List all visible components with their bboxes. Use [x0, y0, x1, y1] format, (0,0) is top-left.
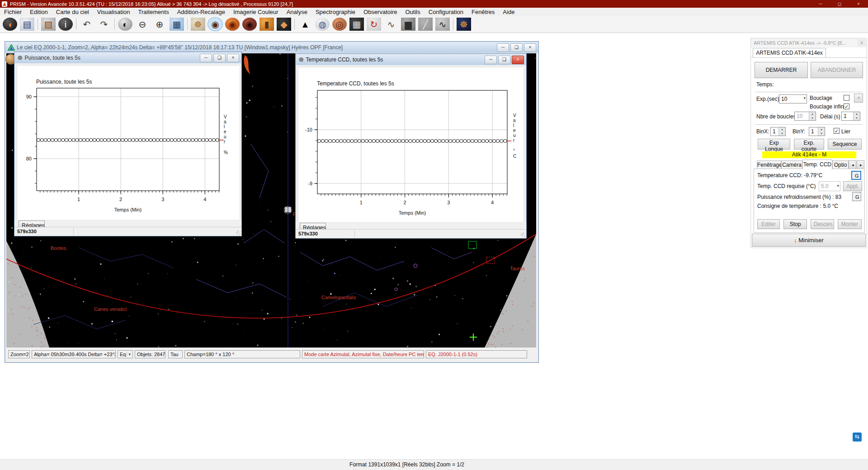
menu-item-fichier[interactable]: Fichier — [0, 8, 26, 16]
demarrer-button[interactable]: DEMARRER — [755, 62, 808, 78]
bouclage-checkbox[interactable] — [844, 95, 849, 101]
bouclage-infini-checkbox[interactable]: ✓ — [844, 103, 849, 109]
image-preview-icon[interactable]: ▦ — [170, 18, 184, 31]
menu-item-edition[interactable]: Edition — [26, 8, 52, 16]
save-icon[interactable]: ▤ — [20, 18, 34, 31]
info-icon[interactable]: i — [58, 18, 73, 31]
menu-item-aide[interactable]: Aide — [499, 8, 519, 16]
curve-arrow-icon[interactable]: ∿ — [384, 18, 398, 31]
remote-access-icon[interactable]: ⇆ — [853, 432, 862, 442]
binx-stepper[interactable]: 1▴▾ — [770, 127, 786, 136]
tabs-scroll-right-icon[interactable]: ▸ — [857, 160, 864, 169]
robot-gears-icon[interactable]: ☸ — [457, 18, 471, 31]
ccd-panel-titlebar[interactable]: ARTEMIS CCD ATIK-414ex -> -9.8°C [8... x — [751, 38, 867, 47]
menu-item-addition-recalage[interactable]: Addition-Recalage — [173, 8, 229, 16]
ccd-main-tab[interactable]: ARTEMIS CCD ATIK-414ex — [753, 48, 826, 58]
menu-item-carte-du-ciel[interactable]: Carte du ciel — [52, 8, 93, 16]
puissance-close-button[interactable]: × — [227, 54, 239, 62]
resize-grip[interactable] — [521, 233, 525, 237]
biny-stepper[interactable]: 1▴▾ — [809, 127, 825, 136]
minimiser-button[interactable]: ↓ Minimiser — [752, 234, 866, 247]
exp-longue-button[interactable]: Exp Longue — [758, 139, 790, 150]
sequence-button[interactable]: Sequence — [828, 139, 862, 150]
redo-arrow-icon[interactable]: ↷ — [97, 18, 111, 31]
temperature-close-button[interactable]: × — [512, 56, 524, 64]
delai-stepper[interactable]: 1▴▾ — [841, 112, 860, 121]
menu-item-imagerie-couleur[interactable]: Imagerie Couleur — [229, 8, 283, 16]
temp-requise-select[interactable]: 5.0▾ — [819, 181, 840, 191]
resize-grip[interactable] — [236, 230, 241, 235]
abandonner-button[interactable]: ABANDONNER — [811, 62, 863, 78]
frame-select[interactable]: Eq▾ — [118, 350, 133, 358]
undo-arrow-icon[interactable]: ↶ — [80, 18, 94, 31]
reload-rotate-icon[interactable]: ↻ — [367, 18, 381, 31]
nbre-boucles-stepper[interactable]: 10▴▾ — [794, 112, 816, 121]
menu-item-analyse[interactable]: Analyse — [283, 8, 311, 16]
svg-text:3: 3 — [447, 200, 450, 205]
close-button[interactable]: × — [849, 0, 868, 8]
zoom-in-icon[interactable]: ⊕ — [152, 18, 167, 31]
zoom-out-icon[interactable]: ⊖ — [135, 18, 150, 31]
hand-settings-icon[interactable]: ☸ — [191, 18, 205, 31]
temp-graph-button[interactable]: G — [851, 171, 861, 180]
tabs-scroll-left-icon[interactable]: ◂ — [849, 160, 856, 169]
connect-camera-icon[interactable]: ◖ — [3, 18, 17, 31]
tab-options[interactable]: Optio — [832, 160, 849, 169]
stop-button[interactable]: Stop — [783, 219, 807, 229]
blank-frame-icon[interactable]: ╱ — [418, 18, 433, 31]
contrast-sphere-icon[interactable]: ◐ — [118, 18, 132, 31]
bouclage-x-button[interactable]: × — [854, 94, 863, 103]
sky-close-button[interactable]: × — [524, 43, 536, 52]
puissance-titlebar[interactable]: ☸ Puissance, toute les 5s ─ ❏ × — [15, 52, 241, 63]
puissance-restore-button[interactable]: ❏ — [213, 54, 226, 62]
svg-text:V: V — [513, 113, 516, 118]
svg-text:2: 2 — [119, 197, 122, 202]
camera-two-icon[interactable]: ◉ — [242, 18, 257, 31]
tab-fenetrage[interactable]: Fenêtrage — [757, 160, 781, 169]
temperature-restore-button[interactable]: ❏ — [498, 56, 510, 64]
menu-item-configuration[interactable]: Configuration — [425, 8, 467, 16]
exposure-select[interactable]: 10▾ — [779, 94, 807, 103]
red-down-arrow-icon: ↓ — [794, 237, 797, 244]
menu-item-traitements[interactable]: Traitements — [134, 8, 173, 16]
temperature-minimize-button[interactable]: ─ — [485, 56, 497, 64]
toolbar-separator — [76, 19, 76, 30]
ccd-close-icon[interactable]: x — [858, 39, 866, 47]
descendre-button[interactable]: Descen. — [811, 219, 834, 229]
acquire-camera-icon[interactable]: ◉ — [208, 18, 222, 31]
mountain-cone-icon[interactable]: ▲ — [298, 18, 312, 31]
menu-item-outils[interactable]: Outils — [401, 8, 424, 16]
minimize-button[interactable]: ─ — [811, 0, 830, 8]
menu-item-fen-tres[interactable]: Fenêtres — [467, 8, 499, 16]
ccd-control-panel: ARTEMIS CCD ATIK-414ex -> -9.8°C [8... x… — [750, 38, 867, 248]
sky-restore-button[interactable]: ❏ — [510, 43, 523, 52]
maintenance-wrench-icon[interactable]: ◎ — [332, 18, 347, 31]
appl-button[interactable]: Appl. — [843, 181, 862, 191]
exp-courte-button[interactable]: Exp. courte — [794, 139, 824, 150]
sky-minimize-button[interactable]: ─ — [497, 43, 509, 52]
menu-item-observatoire[interactable]: Observatoire — [359, 8, 401, 16]
delai-label: Délai (s) — [820, 113, 840, 120]
editer-button[interactable]: Editer — [757, 219, 780, 229]
tab-temp-ccd[interactable]: Temp. CCD — [802, 160, 832, 169]
celestial-globe-icon[interactable]: ◍ — [315, 18, 330, 31]
lier-checkbox[interactable]: ✓ — [834, 128, 840, 134]
dome-icon[interactable]: ◆ — [277, 18, 291, 31]
ccd-lens-icon[interactable]: ▮ — [259, 18, 274, 31]
histogram-icon[interactable]: ▆ — [401, 18, 415, 31]
main-toolbar: ◖▤▨i↶↷◐⊖⊕▦☸◉◉◉▮◆▲◍◎▦↻∿▆╱∿☸ — [0, 16, 868, 33]
tab-camera[interactable]: Caméra — [781, 160, 802, 169]
monter-button[interactable]: Monter — [838, 219, 862, 229]
temperature-titlebar[interactable]: ☸ Temperature CCD, toutes les 5s ─ ❏ × — [296, 54, 526, 65]
print-export-icon[interactable]: ▨ — [41, 18, 56, 31]
profile-plot-icon[interactable]: ∿ — [435, 18, 450, 31]
menu-item-spectrographie[interactable]: Spectrographie — [311, 8, 359, 16]
menu-item-visualisation[interactable]: Visualisation — [93, 8, 134, 16]
save-image-icon[interactable]: ▦ — [349, 18, 364, 31]
camera-one-icon[interactable]: ◉ — [225, 18, 240, 31]
app-titlebar[interactable]: PRISM - Version Avancée 10.3.51.424 {TU … — [0, 0, 868, 8]
puissance-graph-button[interactable]: G — [852, 192, 861, 201]
maximize-button[interactable]: ◻ — [830, 0, 849, 8]
puissance-minimize-button[interactable]: ─ — [200, 54, 212, 62]
temperature-ccd-value: Temperature CCD: -9.79°C — [757, 172, 822, 179]
